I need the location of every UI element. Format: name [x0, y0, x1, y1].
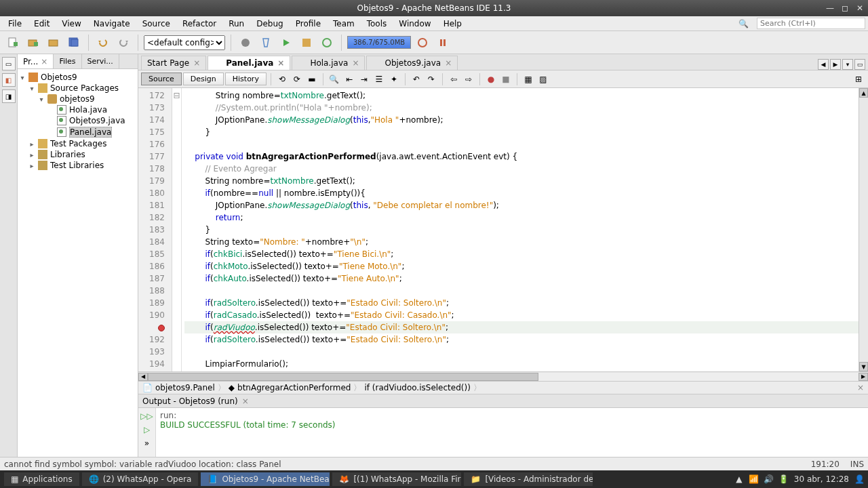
close-icon[interactable]: × — [193, 58, 200, 68]
tree-project[interactable]: ▾Objetos9 — [19, 72, 136, 83]
menu-run[interactable]: Run — [223, 18, 250, 30]
pause-icon[interactable] — [434, 34, 452, 52]
code-editor[interactable]: String nombre=txtNombre.getText(); //Sys… — [182, 88, 859, 371]
menu-debug[interactable]: Debug — [251, 18, 288, 30]
stop-macro-icon[interactable]: ■ — [499, 73, 513, 86]
menu-profile[interactable]: Profile — [290, 18, 326, 30]
prev-tab-icon[interactable]: ◀ — [818, 59, 829, 70]
user-icon[interactable]: 👤 — [854, 474, 864, 484]
crumb-block[interactable]: if (radViudoo.isSelected()) — [364, 383, 470, 392]
tab-list-icon[interactable]: ▾ — [842, 59, 853, 70]
gc-icon[interactable] — [414, 34, 431, 52]
close-icon[interactable]: ✕ — [854, 3, 865, 14]
scroll-right-icon[interactable]: ▶ — [859, 373, 868, 381]
menu-source[interactable]: Source — [137, 18, 176, 30]
taskbar-item[interactable]: 🌐 (2) WhatsApp - Opera — [82, 472, 199, 486]
toggle-bookmark-icon[interactable]: ✦ — [387, 73, 401, 86]
close-output-icon[interactable]: × — [242, 396, 249, 406]
memory-indicator[interactable]: 386.7/675.0MB — [347, 36, 411, 49]
next-bookmark-icon[interactable]: ↷ — [425, 73, 438, 86]
view-source-button[interactable]: Source — [141, 73, 182, 85]
vertical-scrollbar[interactable]: ▲ ▼ — [859, 88, 868, 371]
taskbar-item[interactable]: 📁 [Videos - Administrador de a... — [464, 472, 593, 486]
close-tab-icon[interactable]: × — [41, 57, 47, 66]
crumb-class[interactable]: 📄 objetos9.Panel — [142, 383, 215, 392]
maximize-editor-icon[interactable]: ▭ — [854, 59, 865, 70]
build-icon[interactable] — [237, 34, 254, 52]
tree-file-objetos9[interactable]: Objetos9.java — [19, 115, 136, 126]
new-project-icon[interactable] — [24, 34, 42, 52]
navigator-icon[interactable]: ◧ — [2, 73, 16, 87]
open-project-icon[interactable] — [45, 34, 62, 52]
menu-navigate[interactable]: Navigate — [88, 18, 136, 30]
menu-refactor[interactable]: Refactor — [177, 18, 222, 30]
expand-icon[interactable]: » — [142, 438, 153, 449]
nav-back-icon[interactable]: ⟲ — [275, 73, 289, 86]
tab-objetos9-java[interactable]: Objetos9.java× — [366, 56, 458, 70]
output-tab-label[interactable]: Output - Objetos9 (run) — [142, 396, 238, 406]
stop-icon[interactable]: ▷ — [142, 424, 153, 435]
crumb-method[interactable]: ◆ btnAgregarActionPerformed — [229, 383, 351, 392]
menu-window[interactable]: Window — [393, 18, 436, 30]
tree-libraries[interactable]: ▸Libraries — [19, 149, 136, 160]
taskbar-item[interactable]: 🦊 [(1) WhatsApp - Mozilla Firef... — [332, 472, 461, 486]
horizontal-scrollbar[interactable]: ◀ ▶ — [138, 371, 868, 381]
clean-build-icon[interactable] — [257, 34, 275, 52]
find-next-icon[interactable]: ⇥ — [357, 73, 371, 86]
profile-project-icon[interactable] — [318, 34, 336, 52]
tab-panel-java[interactable]: Panel.java× — [208, 56, 290, 70]
tab-hola-java[interactable]: Hola.java× — [292, 56, 365, 70]
debug-project-icon[interactable] — [298, 34, 315, 52]
tab-files[interactable]: Files — [54, 54, 81, 68]
close-icon[interactable]: × — [277, 58, 284, 68]
view-history-button[interactable]: History — [225, 73, 267, 85]
start-macro-icon[interactable]: ● — [484, 73, 498, 86]
network-icon[interactable]: 📶 — [749, 474, 759, 484]
taskbar-item[interactable]: 📘 Objetos9 - Apache NetBeans... — [201, 472, 330, 486]
tree-file-hola[interactable]: Hola.java — [19, 104, 136, 115]
menu-tools[interactable]: Tools — [361, 18, 393, 30]
shift-right-icon[interactable]: ⇨ — [462, 73, 475, 86]
tree-source-packages[interactable]: ▾Source Packages — [19, 83, 136, 94]
menu-file[interactable]: File — [3, 18, 27, 30]
shift-left-icon[interactable]: ⇦ — [447, 73, 460, 86]
run-project-icon[interactable] — [277, 34, 295, 52]
next-tab-icon[interactable]: ▶ — [830, 59, 841, 70]
scroll-up-icon[interactable]: ▲ — [859, 88, 868, 98]
prev-bookmark-icon[interactable]: ↶ — [410, 73, 423, 86]
nav-fwd-icon[interactable]: ⟳ — [290, 73, 304, 86]
navigator2-icon[interactable]: ◨ — [2, 89, 16, 103]
menu-edit[interactable]: Edit — [28, 18, 55, 30]
battery-icon[interactable]: 🔋 — [779, 474, 789, 484]
menu-help[interactable]: Help — [438, 18, 467, 30]
split-icon[interactable]: ⊞ — [852, 73, 865, 86]
view-design-button[interactable]: Design — [183, 73, 224, 85]
toggle-highlight-icon[interactable]: ☰ — [372, 73, 386, 86]
window-group-icon[interactable]: ▭ — [2, 57, 16, 70]
tree-file-panel[interactable]: Panel.java — [19, 126, 136, 138]
find-sel-icon[interactable]: 🔍 — [328, 73, 341, 86]
tray-icon[interactable]: ▲ — [734, 474, 744, 484]
scroll-down-icon[interactable]: ▼ — [859, 362, 868, 371]
close-breadcrumb-icon[interactable]: × — [857, 383, 864, 392]
find-prev-icon[interactable]: ⇤ — [342, 73, 356, 86]
close-icon[interactable]: × — [352, 58, 359, 68]
tree-package[interactable]: ▾objetos9 — [19, 94, 136, 104]
tree-test-packages[interactable]: ▸Test Packages — [19, 138, 136, 149]
scroll-left-icon[interactable]: ◀ — [138, 373, 148, 381]
redo-icon[interactable] — [115, 34, 132, 52]
tab-projects[interactable]: Pr...× — [18, 54, 54, 68]
menu-view[interactable]: View — [56, 18, 86, 30]
last-edit-icon[interactable]: ▬ — [305, 73, 319, 86]
uncomment-icon[interactable]: ▨ — [536, 73, 550, 86]
new-file-icon[interactable] — [4, 34, 22, 52]
comment-icon[interactable]: ▦ — [521, 73, 535, 86]
tab-start-page[interactable]: Start Page× — [141, 56, 206, 70]
rerun-icon[interactable]: ▷▷ — [142, 411, 153, 422]
clock[interactable]: 30 abr, 12:28 — [794, 474, 849, 484]
save-all-icon[interactable] — [65, 34, 83, 52]
search-input[interactable] — [757, 18, 865, 29]
output-text[interactable]: run: BUILD SUCCESSFUL (total time: 7 sec… — [156, 408, 868, 457]
taskbar-applications[interactable]: ▦ Applications — [4, 472, 79, 486]
close-icon[interactable]: × — [445, 58, 452, 68]
